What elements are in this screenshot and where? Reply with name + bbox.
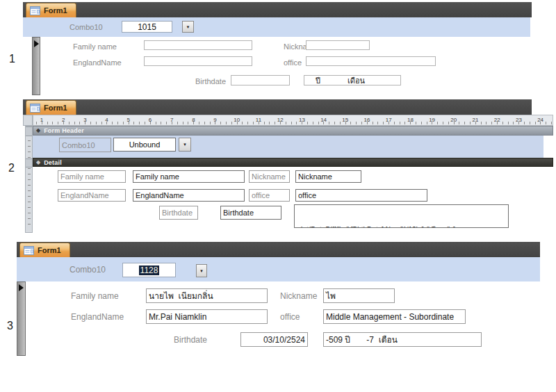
section-label: Form Header	[44, 127, 84, 134]
family-name-label: Family name	[73, 42, 117, 51]
horizontal-ruler: 123456789101112131415161718192021222324	[33, 115, 553, 126]
englandname-input[interactable]	[144, 56, 252, 66]
englandname-label-control[interactable]: EnglandName	[58, 189, 126, 202]
chevron-down-icon: ▼	[183, 142, 187, 147]
ruler-number: 23	[516, 117, 522, 123]
englandname-label: EnglandName	[71, 312, 124, 322]
combo10-label-control[interactable]: Combo10	[59, 138, 111, 152]
detail-area: Family name นายไพ เนียมกลิ่น Nickname ไพ…	[17, 281, 540, 356]
record-selector-arrow-icon	[34, 40, 39, 47]
ruler-number: 22	[494, 117, 500, 123]
age-result-box[interactable]: -509 ปี -7 เดือน	[323, 332, 482, 347]
combo10-field[interactable]: Unbound	[113, 138, 176, 152]
combo10-field[interactable]: 1015	[122, 21, 172, 33]
ruler-corner	[23, 115, 33, 126]
chevron-down-icon: ▼	[186, 25, 190, 29]
ruler-number: 12	[277, 117, 284, 123]
office-label-control[interactable]: office	[249, 189, 290, 202]
office-textbox-text: office	[298, 191, 316, 199]
combo10-label: Combo10	[70, 23, 103, 31]
combo10-dropdown-button[interactable]: ▼	[196, 264, 207, 277]
englandname-label: EnglandName	[73, 58, 122, 67]
family-name-label: Family name	[60, 172, 104, 181]
nickname-value: ไพ	[326, 289, 336, 302]
panel-3-form-view: Form1 Combo10 1128 ▼ Family name นายไพ เ…	[17, 242, 540, 356]
combo10-field[interactable]: 1128	[122, 263, 176, 277]
section-marker-icon: ◆	[36, 128, 40, 133]
englandname-input[interactable]: Mr.Pai Niamklin	[146, 309, 268, 324]
family-name-input[interactable]	[144, 40, 252, 50]
ruler-number: 14	[320, 117, 327, 123]
office-input[interactable]: Middle Management - Subordinate	[323, 309, 466, 324]
vertical-ruler	[25, 126, 33, 233]
ruler-number: 8	[192, 117, 195, 123]
tab-form1[interactable]: Form1	[19, 243, 70, 257]
ruler-number: 21	[473, 117, 479, 123]
birthdate-textbox-text: Birthdate	[223, 209, 254, 217]
section-label: Detail	[44, 159, 62, 166]
form-header-band: Combo10 Unbound ▼	[33, 136, 543, 158]
figure-label-2: 2	[8, 162, 15, 174]
birthdate-label: Birthdate	[195, 77, 226, 85]
office-input[interactable]	[306, 56, 436, 66]
ruler-number: 20	[450, 117, 457, 123]
tab-bar: Form1	[23, 2, 532, 17]
nickname-input[interactable]: ไพ	[323, 288, 395, 303]
record-selector[interactable]	[17, 281, 26, 356]
detail-section-bar[interactable]: ◆ Detail	[33, 158, 553, 167]
office-label: office	[252, 191, 270, 199]
office-textbox[interactable]: office	[295, 189, 427, 202]
tab-label: Form1	[38, 246, 61, 254]
nickname-textbox[interactable]: Nickname	[295, 170, 361, 183]
family-name-textbox[interactable]: Family name	[133, 170, 245, 183]
chevron-down-icon: ▼	[199, 269, 204, 273]
office-value: Middle Management - Subordinate	[326, 312, 454, 322]
age-expression-textbox[interactable]: =Int(DateDiff("m",[BirthDate],Now())/12)…	[294, 204, 509, 228]
nickname-label-control[interactable]: Nickname	[249, 170, 290, 183]
detail-area: Family name Family name Nickname Nicknam…	[33, 167, 553, 233]
ruler-number: 2	[62, 117, 65, 123]
ruler-number: 19	[429, 117, 435, 123]
ruler-number: 16	[364, 117, 370, 123]
family-name-input[interactable]: นายไพ เนียมกลิ่น	[146, 288, 268, 303]
combo10-label: Combo10	[62, 141, 95, 149]
combo10-selected-value: 1128	[139, 266, 160, 275]
ruler-number: 4	[105, 117, 108, 123]
ruler-section-square	[26, 126, 32, 136]
tab-form1[interactable]: Form1	[26, 100, 76, 115]
birthdate-textbox[interactable]: Birthdate	[220, 206, 281, 220]
form-header-band: Combo10 1128 ▼	[17, 257, 540, 281]
combo10-dropdown-button[interactable]: ▼	[182, 21, 194, 33]
nickname-label: Nickname	[252, 172, 286, 181]
screenshot-root: 1 2 3 Form1 Combo10 1015 ▼	[0, 0, 556, 392]
ruler-number: 7	[170, 117, 173, 123]
birthdate-label: Birthdate	[162, 209, 193, 217]
tab-bar: Form1	[17, 242, 540, 257]
englandname-textbox[interactable]: EnglandName	[133, 189, 245, 202]
nickname-input[interactable]	[306, 40, 370, 50]
year-unit-label: ปี	[316, 75, 320, 85]
family-name-label-control[interactable]: Family name	[58, 170, 126, 183]
englandname-textbox-text: EnglandName	[136, 191, 184, 199]
form-icon	[30, 6, 40, 15]
ruler-number: 9	[213, 117, 216, 123]
birthdate-input[interactable]	[231, 75, 290, 85]
birthdate-label: Birthdate	[174, 335, 207, 345]
record-selector[interactable]	[32, 37, 40, 95]
expression-line-1: =Int(DateDiff("m",[BirthDate],Now())/12)…	[297, 225, 506, 228]
detail-area: Family name Nickname EnglandName office …	[23, 37, 530, 95]
ruler-section-square	[26, 158, 32, 168]
form-header-section-bar[interactable]: ◆ Form Header	[33, 126, 553, 136]
birthdate-input[interactable]: 03/10/2524	[240, 332, 308, 347]
combo10-dropdown-button[interactable]: ▼	[179, 138, 191, 152]
combo10-value: Unbound	[129, 140, 161, 149]
tab-form1[interactable]: Form1	[26, 3, 76, 17]
age-units-box[interactable]: ปี เดือน	[304, 75, 401, 85]
section-marker-icon: ◆	[36, 160, 40, 165]
birthdate-label-control[interactable]: Birthdate	[159, 206, 198, 220]
ruler-number: 3	[83, 117, 86, 123]
office-label: office	[284, 58, 302, 67]
englandname-label: EnglandName	[60, 191, 109, 199]
ruler-number: 11	[256, 117, 261, 123]
ruler-number: 24	[537, 117, 543, 123]
